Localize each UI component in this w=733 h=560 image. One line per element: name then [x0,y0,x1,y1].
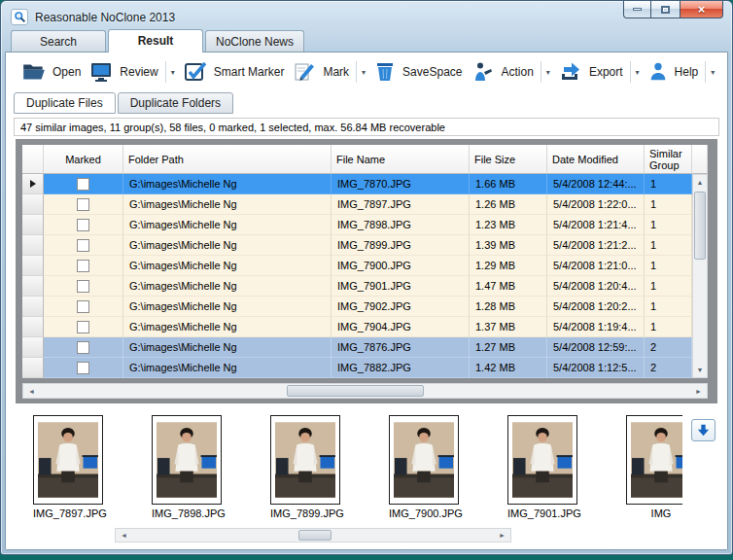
header-similar-group[interactable]: Similar Group [645,145,692,174]
file-size-cell: 1.23 MB [470,215,547,235]
file-size-cell: 1.37 MB [470,317,547,337]
tab-noclone-news[interactable]: NoClone News [205,30,304,52]
table-row[interactable]: G:\images\Michelle Ng IMG_7870.JPG 1.66 … [22,174,708,194]
thumbnail-item[interactable]: IMG_7897.JPG [33,415,103,530]
row-indicator-cell [22,337,44,358]
horizontal-scroll-thumb[interactable] [287,385,423,397]
vertical-scroll-thumb[interactable] [694,192,706,260]
savespace-button[interactable]: SaveSpace [369,56,466,88]
tab-result[interactable]: Result [108,29,203,52]
status-summary: 47 similar images, 11 group(s), 58 files… [14,118,719,136]
thumb-scroll-right-arrow[interactable]: ► [494,529,510,542]
thumbnail-scrollbar[interactable]: ◄ ► [115,528,511,542]
marked-checkbox[interactable] [77,321,89,333]
row-indicator-cell [22,276,44,297]
header-folder-path[interactable]: Folder Path [123,145,332,174]
grid-header: Marked Folder Path File Name File Size D… [22,145,708,174]
marked-checkbox[interactable] [77,362,89,374]
vertical-scrollbar[interactable]: ▲ ▼ [692,174,708,378]
table-row[interactable]: G:\images\Michelle Ng IMG_7876.JPG 1.27 … [22,337,708,358]
table-row[interactable]: G:\images\Michelle Ng IMG_7901.JPG 1.47 … [22,276,708,297]
smart-marker-button[interactable]: Smart Marker [179,56,289,88]
thumb-scroll-left-arrow[interactable]: ◄ [116,529,132,542]
vertical-scroll-track[interactable] [693,190,707,363]
export-dropdown-arrow[interactable]: ▾ [630,61,640,83]
table-row[interactable]: G:\images\Michelle Ng IMG_7882.JPG 1.42 … [22,358,708,378]
help-dropdown-arrow[interactable]: ▾ [705,61,715,83]
row-indicator-cell [22,235,44,256]
horizontal-scroll-track[interactable] [40,384,690,398]
header-marked[interactable]: Marked [44,145,123,174]
review-dropdown-arrow[interactable]: ▾ [165,61,175,83]
file-size-cell: 1.29 MB [470,256,547,276]
marked-checkbox[interactable] [77,280,89,293]
table-row[interactable]: G:\images\Michelle Ng IMG_7904.JPG 1.37 … [22,317,708,337]
sub-tab-strip: Duplicate Files Duplicate Folders [6,91,727,114]
action-dropdown-arrow[interactable]: ▾ [541,61,550,83]
thumbnail-item[interactable]: IMG_7901.JPG [507,415,577,530]
marked-checkbox[interactable] [77,260,89,272]
thumb-scroll-thumb[interactable] [298,530,331,541]
tab-duplicate-files[interactable]: Duplicate Files [14,92,116,114]
similar-group-cell: 1 [645,276,692,297]
thumbnail-item[interactable]: IMG_7899.JPG [270,415,340,530]
file-size-cell: 1.26 MB [470,194,547,215]
review-monitor-icon [88,60,114,84]
maximize-icon [661,6,670,14]
close-button[interactable]: × [680,1,723,18]
thumbnail-item[interactable]: IMG [626,415,682,530]
scroll-thumbnails-down-button[interactable] [691,419,716,441]
file-name-cell: IMG_7900.JPG [332,256,470,276]
export-button-label: Export [589,65,623,79]
marked-checkbox[interactable] [77,198,89,211]
row-indicator-cell [22,215,44,235]
table-row[interactable]: G:\images\Michelle Ng IMG_7899.JPG 1.39 … [22,235,708,256]
marked-checkbox[interactable] [77,219,89,231]
tab-search[interactable]: Search [11,30,106,52]
export-button[interactable]: Export ▾ [554,56,644,88]
horizontal-scrollbar[interactable]: ◄ ► [22,383,708,399]
thumbnail-item[interactable]: IMG_7898.JPG [152,415,222,530]
thumbnail-label: IMG [626,508,682,519]
table-row[interactable]: G:\images\Michelle Ng IMG_7897.JPG 1.26 … [22,194,708,215]
scroll-right-arrow[interactable]: ► [690,384,707,398]
maximize-button[interactable] [651,1,680,18]
thumbnail-photo [626,415,682,505]
savespace-bin-icon [373,60,397,84]
marked-checkbox[interactable] [77,178,89,191]
mark-button[interactable]: Mark ▾ [288,56,369,88]
tab-duplicate-folders[interactable]: Duplicate Folders [118,92,233,114]
marked-checkbox[interactable] [77,300,89,313]
mark-dropdown-arrow[interactable]: ▾ [356,61,366,83]
help-button[interactable]: Help ▾ [644,56,719,88]
thumbnail-item[interactable]: IMG_7900.JPG [389,415,459,530]
action-button[interactable]: Action ▾ [467,56,554,88]
minimize-button[interactable] [623,1,651,18]
date-modified-cell: 5/4/2008 1:12:5... [547,358,645,378]
window-controls: × [623,1,723,18]
file-size-cell: 1.42 MB [470,358,547,378]
open-button[interactable]: Open [17,56,85,88]
main-tab-strip: Search Result NoClone News [5,28,728,52]
file-name-cell: IMG_7898.JPG [332,215,470,235]
file-size-cell: 1.28 MB [470,297,547,317]
thumbnail-photo [270,415,340,505]
table-row[interactable]: G:\images\Michelle Ng IMG_7898.JPG 1.23 … [22,215,708,235]
review-button[interactable]: Review ▾ [85,56,178,88]
scroll-left-arrow[interactable]: ◄ [23,384,40,398]
marked-checkbox[interactable] [77,239,89,252]
table-row[interactable]: G:\images\Michelle Ng IMG_7900.JPG 1.29 … [22,256,708,276]
date-modified-cell: 5/4/2008 12:59:... [547,337,645,358]
header-file-size[interactable]: File Size [470,145,547,174]
file-name-cell: IMG_7897.JPG [332,194,470,215]
marked-checkbox[interactable] [77,341,89,354]
header-date-modified[interactable]: Date Modified [547,145,645,174]
folder-path-cell: G:\images\Michelle Ng [123,337,332,358]
similar-group-cell: 1 [645,256,692,276]
thumb-scroll-track[interactable] [132,529,494,542]
marked-cell [44,358,123,378]
table-row[interactable]: G:\images\Michelle Ng IMG_7902.JPG 1.28 … [22,297,708,317]
header-file-name[interactable]: File Name [332,145,470,174]
scroll-up-arrow[interactable]: ▲ [693,175,707,190]
scroll-down-arrow[interactable]: ▼ [693,363,707,377]
